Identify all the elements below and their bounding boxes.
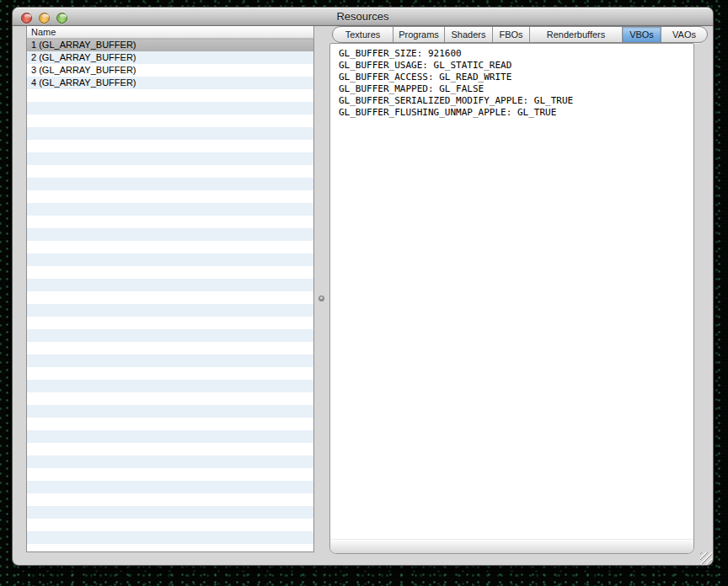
window-title: Resources (13, 8, 713, 26)
tab-bar: TexturesProgramsShadersFBOsRenderbuffers… (332, 26, 708, 43)
list-item[interactable]: 3 (GL_ARRAY_BUFFER) (27, 64, 313, 77)
tab-vaos[interactable]: VAOs (661, 27, 707, 42)
resource-list: Name 1 (GL_ARRAY_BUFFER)2 (GL_ARRAY_BUFF… (26, 26, 314, 552)
attribute-line: GL_BUFFER_USAGE: GL_STATIC_READ (339, 60, 690, 72)
title-bar[interactable]: Resources (13, 8, 713, 26)
attribute-line: GL_BUFFER_SIZE: 921600 (339, 48, 690, 60)
tab-vbos[interactable]: VBOs (622, 27, 661, 42)
resources-window: Resources Name 1 (GL_ARRAY_BUFFER)2 (GL_… (12, 7, 714, 566)
desktop: { "window": { "title": "Resources", "con… (0, 0, 728, 586)
tab-fbos[interactable]: FBOs (492, 27, 529, 42)
detail-pane[interactable]: GL_BUFFER_SIZE: 921600GL_BUFFER_USAGE: G… (329, 43, 694, 554)
list-item[interactable]: 1 (GL_ARRAY_BUFFER) (27, 39, 313, 51)
attribute-line: GL_BUFFER_MAPPED: GL_FALSE (339, 83, 690, 95)
column-header-name[interactable]: Name (27, 26, 313, 39)
list-item[interactable]: 4 (GL_ARRAY_BUFFER) (27, 77, 313, 89)
tab-shaders[interactable]: Shaders (444, 27, 492, 42)
splitter-handle-icon[interactable] (318, 296, 324, 301)
resource-list-body: 1 (GL_ARRAY_BUFFER)2 (GL_ARRAY_BUFFER)3 … (27, 39, 313, 551)
scroll-track (330, 539, 693, 553)
resize-grip-icon[interactable] (700, 552, 712, 564)
attribute-line: GL_BUFFER_ACCESS: GL_READ_WRITE (339, 72, 690, 83)
list-item[interactable]: 2 (GL_ARRAY_BUFFER) (27, 51, 313, 64)
tab-renderbuffers[interactable]: Renderbuffers (529, 27, 622, 42)
buffer-attributes: GL_BUFFER_SIZE: 921600GL_BUFFER_USAGE: G… (330, 44, 693, 119)
tab-programs[interactable]: Programs (393, 27, 444, 42)
attribute-line: GL_BUFFER_SERIALIZED_MODIFY_APPLE: GL_TR… (339, 95, 690, 107)
attribute-line: GL_BUFFER_FLUSHING_UNMAP_APPLE: GL_TRUE (339, 107, 690, 119)
splitter[interactable] (314, 26, 329, 552)
tab-textures[interactable]: Textures (333, 27, 393, 42)
